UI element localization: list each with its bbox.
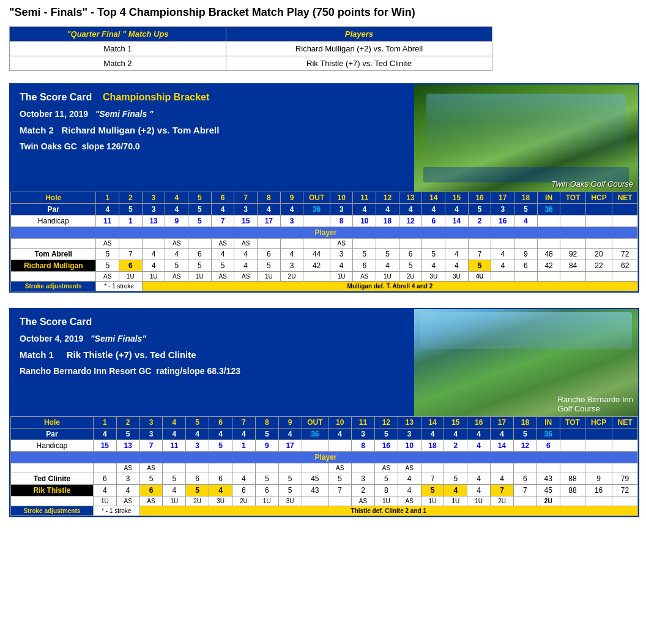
sc2-player-header: Player bbox=[11, 452, 638, 463]
sc1-score-table: Hole 123456789 OUT 101112131415161718 IN… bbox=[10, 192, 638, 291]
sc1-date: October 11, 2019 "Semi Finals " bbox=[20, 109, 405, 119]
sc2-course-label: Rancho Bernardo Inn Golf Course bbox=[557, 395, 633, 413]
sc2-rik-scores: Rik Thistle 446454665 43 728454477 45881… bbox=[11, 485, 638, 496]
sc1-player-header: Player bbox=[11, 227, 638, 239]
sc1-handicap-row: Handicap 1111395715173 81018126142164 bbox=[11, 215, 638, 227]
sc1-course-label: Twin Oaks Golf Course bbox=[552, 179, 633, 189]
sc1-header: The Score Card Championship Bracket Octo… bbox=[10, 84, 638, 192]
sc1-hole-label: Hole bbox=[11, 192, 96, 204]
qf-match1-label: Match 1 bbox=[10, 42, 226, 56]
qf-match2-players: Rik Thistle (+7) vs. Ted Clinite bbox=[226, 56, 492, 71]
qf-match2-label: Match 2 bbox=[10, 56, 226, 71]
qf-row-2: Match 2 Rik Thistle (+7) vs. Ted Clinite bbox=[10, 56, 492, 71]
sc1-match: Match 2 Richard Mulligan (+2) vs. Tom Ab… bbox=[20, 125, 405, 135]
sc2-course: Rancho Bernardo Inn Resort GC rating/slo… bbox=[20, 366, 405, 376]
sc2-ted-as-row: ASAS ASASAS bbox=[11, 463, 638, 473]
sc2-ted-scores: Ted Clinite 635566455 45 535475446 43889… bbox=[11, 473, 638, 485]
sc2-title: The Score Card bbox=[20, 316, 405, 328]
sc1-par-label: Par bbox=[11, 204, 96, 215]
sc2-header: The Score Card October 4, 2019 "Semi Fin… bbox=[10, 309, 638, 416]
sc1-richard-scores: Richard Mulligan 564555453 42 464544546 … bbox=[11, 260, 638, 272]
qf-match1-players: Richard Mulligan (+2) vs. Tom Abrell bbox=[226, 42, 492, 56]
sc2-stroke-row: Stroke adjustments * - 1 stroke Thistle … bbox=[11, 506, 638, 516]
sc2-match: Match 1 Rik Thistle (+7) vs. Ted Clinite bbox=[20, 350, 405, 360]
sc1-title: The Score Card Championship Bracket bbox=[20, 92, 405, 103]
qf-row-1: Match 1 Richard Mulligan (+2) vs. Tom Ab… bbox=[10, 42, 492, 56]
sc1-par-row: Par 453454344 36 344444535 36 bbox=[11, 204, 638, 215]
scorecard-2: The Score Card October 4, 2019 "Semi Fin… bbox=[9, 308, 639, 517]
sc1-tom-scores: Tom Abrell 574464464 44 355654749 489220… bbox=[11, 249, 638, 260]
sc1-richard-as-row: AS1U1UAS1UASAS1U2U 1UAS1U2U3U3U4U bbox=[11, 272, 638, 282]
sc1-hole-row: Hole 123456789 OUT 101112131415161718 IN… bbox=[11, 192, 638, 204]
sc2-date: October 4, 2019 "Semi Finals" bbox=[20, 334, 405, 343]
sc2-hole-row: Hole 123456789 OUT 101112131415161718 IN… bbox=[11, 417, 638, 429]
sc1-course-image: Twin Oaks Golf Course bbox=[414, 84, 638, 192]
sc2-rik-as-row: 1UASAS1U2U3U2U1U3U AS1UAS1U1U1U2U 2U bbox=[11, 496, 638, 506]
sc1-stroke-row: Stroke adjustments * - 1 stroke Mulligan… bbox=[11, 282, 638, 291]
quarter-finals-table: "Quarter Final " Match Ups Players Match… bbox=[9, 26, 492, 71]
qf-col2-header: Players bbox=[226, 27, 492, 42]
sc2-header-text: The Score Card October 4, 2019 "Semi Fin… bbox=[10, 309, 414, 416]
sc1-tom-as-row: ASASASAS AS bbox=[11, 239, 638, 249]
sc1-course: Twin Oaks GC slope 126/70.0 bbox=[20, 141, 405, 151]
page-title: "Semi - Finals" - Top 4 Championship Bra… bbox=[9, 6, 637, 19]
scorecard-1: The Score Card Championship Bracket Octo… bbox=[9, 83, 639, 293]
sc2-par-row: Par 453444454 36 435344445 36 bbox=[11, 429, 638, 440]
sc2-handicap-row: Handicap 1513711351917 8161018241412 6 bbox=[11, 440, 638, 452]
sc2-score-table: Hole 123456789 OUT 101112131415161718 IN… bbox=[10, 416, 638, 516]
qf-col1-header: "Quarter Final " Match Ups bbox=[10, 27, 226, 42]
sc2-course-image: Rancho Bernardo Inn Golf Course bbox=[414, 309, 638, 416]
sc1-header-text: The Score Card Championship Bracket Octo… bbox=[10, 84, 414, 192]
